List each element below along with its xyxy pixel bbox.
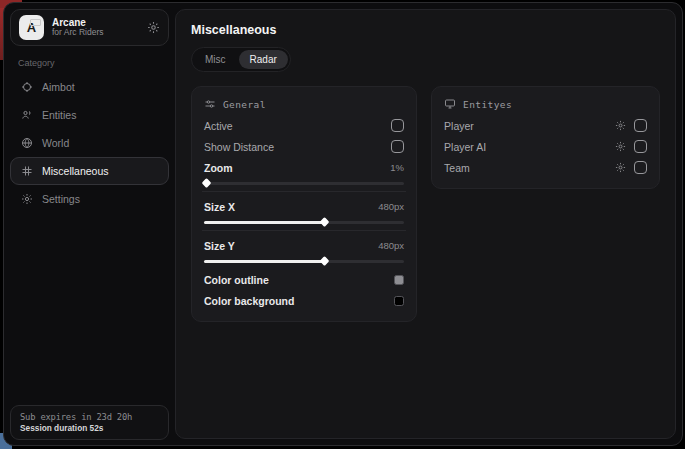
- player-gear-icon[interactable]: [615, 120, 626, 131]
- entities-icon: [20, 109, 33, 121]
- size-x-slider-thumb[interactable]: [320, 217, 330, 227]
- player-ai-label: Player AI: [444, 141, 486, 153]
- zoom-slider[interactable]: [204, 178, 404, 188]
- category-label: Category: [18, 58, 55, 68]
- size-y-slider-thumb[interactable]: [320, 256, 330, 266]
- sidebar-item-entities[interactable]: Entities: [10, 101, 169, 129]
- show-distance-row: Show Distance: [204, 136, 404, 157]
- general-card: General Active Show Distance Zoom 1%: [191, 86, 417, 322]
- active-row: Active: [204, 115, 404, 136]
- zoom-label: Zoom: [204, 162, 233, 174]
- page-title: Miscellaneous: [191, 23, 660, 37]
- sidebar-item-aimbot[interactable]: Aimbot: [10, 73, 169, 101]
- team-gear-icon[interactable]: [615, 162, 626, 173]
- tab-bar: Misc Radar: [191, 47, 291, 72]
- entities-card: Entityes Player: [431, 86, 660, 189]
- active-checkbox[interactable]: [391, 119, 404, 132]
- grid-icon: [20, 165, 33, 177]
- screen: A Arcane for Arc Riders Category: [0, 0, 685, 449]
- color-outline-label: Color outline: [204, 274, 269, 286]
- sidebar-item-settings[interactable]: Settings: [10, 185, 169, 213]
- sidebar-item-label: World: [42, 137, 69, 149]
- sub-expiry-text: Sub expires in 23d 20h: [20, 412, 159, 422]
- zoom-value: 1%: [390, 162, 404, 173]
- tab-misc[interactable]: Misc: [194, 50, 237, 69]
- show-distance-checkbox[interactable]: [391, 140, 404, 153]
- header-gear-icon[interactable]: [147, 21, 160, 34]
- sidebar: A Arcane for Arc Riders Category: [4, 3, 175, 445]
- size-y-label: Size Y: [204, 240, 235, 252]
- sidebar-nav: Aimbot Entities Wo: [10, 73, 169, 213]
- size-y-value: 480px: [378, 240, 404, 251]
- divider: [202, 230, 406, 231]
- team-label: Team: [444, 162, 470, 174]
- entities-card-title: Entityes: [463, 99, 512, 110]
- session-duration-text: Session duration 52s: [20, 423, 159, 433]
- crosshair-icon: [20, 81, 33, 93]
- player-ai-checkbox[interactable]: [634, 140, 647, 153]
- app-logo: A: [19, 15, 44, 40]
- sidebar-item-world[interactable]: World: [10, 129, 169, 157]
- player-label: Player: [444, 120, 474, 132]
- sliders-icon: [204, 98, 216, 110]
- player-ai-gear-icon[interactable]: [615, 141, 626, 152]
- sidebar-item-label: Aimbot: [42, 81, 75, 93]
- zoom-row: Zoom 1%: [204, 157, 404, 178]
- globe-icon: [20, 137, 33, 149]
- color-outline-swatch[interactable]: [394, 275, 404, 285]
- subscription-footer: Sub expires in 23d 20h Session duration …: [10, 405, 169, 440]
- size-x-slider[interactable]: [204, 217, 404, 227]
- app-header: A Arcane for Arc Riders: [10, 9, 169, 46]
- player-row: Player: [444, 115, 647, 136]
- sidebar-item-miscellaneous[interactable]: Miscellaneous: [10, 157, 169, 185]
- main-panel: Miscellaneous Misc Radar General: [175, 9, 676, 439]
- sidebar-item-label: Miscellaneous: [42, 165, 109, 177]
- size-y-row: Size Y 480px: [204, 235, 404, 256]
- size-y-slider[interactable]: [204, 256, 404, 266]
- size-x-value: 480px: [378, 201, 404, 212]
- team-checkbox[interactable]: [634, 161, 647, 174]
- color-background-label: Color background: [204, 295, 294, 307]
- divider: [202, 191, 406, 192]
- team-row: Team: [444, 157, 647, 178]
- app-subtitle: for Arc Riders: [52, 28, 139, 38]
- app-window: A Arcane for Arc Riders Category: [3, 2, 683, 446]
- zoom-slider-thumb[interactable]: [202, 178, 212, 188]
- sidebar-item-label: Entities: [42, 109, 76, 121]
- monitor-icon: [444, 98, 456, 110]
- general-card-title: General: [223, 99, 266, 110]
- size-x-row: Size X 480px: [204, 196, 404, 217]
- show-distance-label: Show Distance: [204, 141, 274, 153]
- sidebar-item-label: Settings: [42, 193, 80, 205]
- size-x-label: Size X: [204, 201, 235, 213]
- player-ai-row: Player AI: [444, 136, 647, 157]
- color-background-row: Color background: [204, 290, 404, 311]
- tab-radar[interactable]: Radar: [239, 50, 288, 69]
- gear-icon: [20, 193, 33, 205]
- active-label: Active: [204, 120, 233, 132]
- color-background-swatch[interactable]: [394, 296, 404, 306]
- color-outline-row: Color outline: [204, 269, 404, 290]
- player-checkbox[interactable]: [634, 119, 647, 132]
